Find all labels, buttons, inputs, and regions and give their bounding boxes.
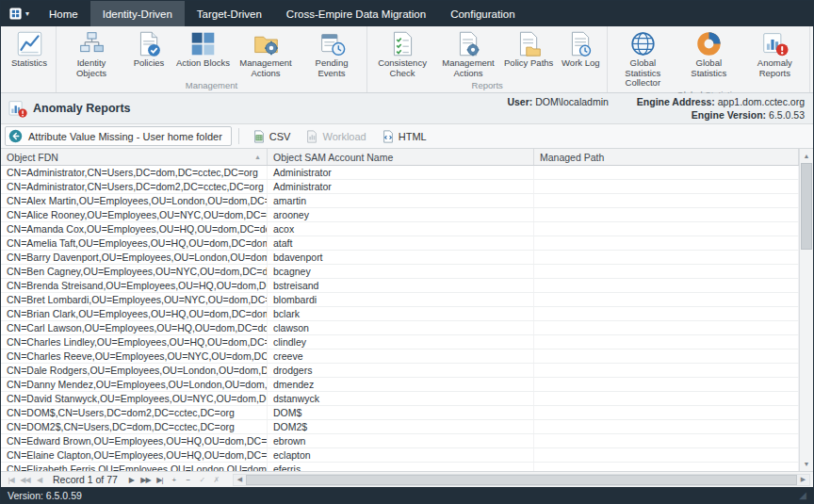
cell-sam-account-name: blombardi: [268, 293, 534, 306]
table-row[interactable]: CN=DOM2$,CN=Users,DC=dom,DC=cctec,DC=org…: [1, 420, 799, 434]
report-toolbar: Attribute Value Missing - User home fold…: [1, 124, 813, 149]
ribbon-group-reports: Consistency CheckManagement ActionsPolic…: [367, 26, 608, 92]
table-row[interactable]: CN=Edward Brown,OU=Employees,OU=HQ,OU=do…: [1, 434, 799, 448]
ribbon-button-work-log[interactable]: Work Log: [556, 28, 605, 79]
table-row[interactable]: CN=Amanda Cox,OU=Employees,OU=HQ,OU=dom,…: [1, 222, 799, 236]
cell-managed-path: [534, 420, 799, 433]
ribbon-button-anomaly-reports[interactable]: Anomaly Reports: [741, 28, 807, 89]
cell-managed-path: [534, 434, 799, 447]
table-row[interactable]: CN=Elaine Clapton,OU=Employees,OU=HQ,OU=…: [1, 448, 799, 463]
grid-rows: CN=Administrator,CN=Users,DC=dom,DC=ccte…: [1, 166, 799, 471]
cell-object-fdn: CN=Ben Cagney,OU=Employees,OU=NYC,OU=dom…: [1, 265, 268, 278]
table-row[interactable]: CN=Dale Rodgers,OU=Employees,OU=London,O…: [1, 364, 799, 378]
table-row[interactable]: CN=Charles Reeve,OU=Employees,OU=NYC,OU=…: [1, 350, 799, 364]
menu-tab-cross-empire-data-migration[interactable]: Cross-Empire Data Migration: [274, 1, 438, 26]
table-row[interactable]: CN=Brian Clark,OU=Employees,OU=HQ,OU=dom…: [1, 307, 799, 321]
ribbon-button-consistency-check[interactable]: Consistency Check: [369, 28, 435, 79]
cell-managed-path: [534, 321, 799, 334]
table-row[interactable]: CN=Brenda Streisand,OU=Employees,OU=HQ,O…: [1, 279, 799, 293]
table-row[interactable]: CN=DOM$,CN=Users,DC=dom2,DC=cctec,DC=org…: [1, 406, 799, 420]
ribbon-button-management-actions[interactable]: Management Actions: [233, 28, 299, 79]
back-button[interactable]: Attribute Value Missing - User home fold…: [5, 126, 232, 146]
csv-icon: [252, 130, 266, 143]
engine-address-value: app1.dom.cctec.org: [718, 96, 805, 107]
append-record-button[interactable]: +: [167, 476, 181, 484]
cell-managed-path: [534, 251, 799, 264]
horizontal-scrollbar[interactable]: ◀ ▶: [233, 474, 810, 486]
engine-version-label: Engine Version:: [692, 109, 766, 121]
table-row[interactable]: CN=David Stanwyck,OU=Employees,OU=NYC,OU…: [1, 392, 799, 406]
ribbon-button-pending-events[interactable]: Pending Events: [299, 28, 365, 79]
cell-managed-path: [534, 463, 799, 471]
column-header-object-fdn[interactable]: Object FDN▲: [1, 149, 268, 165]
table-row[interactable]: CN=Amelia Taft,OU=Employees,OU=HQ,OU=dom…: [1, 236, 799, 251]
cell-managed-path: [534, 222, 799, 236]
cell-managed-path: [534, 406, 799, 419]
ribbon-button-label: Management Actions: [438, 58, 498, 78]
table-row[interactable]: CN=Barry Davenport,OU=Employees,OU=Londo…: [1, 251, 799, 265]
user-value: DOM\localadmin: [535, 96, 609, 107]
table-row[interactable]: CN=Administrator,CN=Users,DC=dom2,DC=cct…: [1, 180, 799, 194]
global-statistics-icon: [695, 30, 723, 57]
ribbon-button-management-actions[interactable]: Management Actions: [435, 28, 501, 79]
management-actions-icon: [252, 30, 280, 57]
cell-sam-account-name: ebrown: [268, 434, 534, 447]
ribbon-button-policies[interactable]: Policies: [124, 28, 173, 79]
scroll-right-icon[interactable]: ▶: [797, 476, 809, 483]
ribbon-group-label: [5, 79, 54, 92]
column-header-label: Managed Path: [540, 152, 604, 163]
menu-tab-configuration[interactable]: Configuration: [438, 1, 527, 26]
ribbon-button-policy-paths[interactable]: Policy Paths: [501, 28, 556, 79]
scroll-down-icon[interactable]: ▼: [800, 457, 813, 471]
menu-tab-identity-driven[interactable]: Identity-Driven: [90, 1, 185, 26]
app-menu-button[interactable]: ▾: [1, 1, 37, 26]
ribbon-button-global-statistics[interactable]: Global Statistics: [676, 28, 741, 89]
ribbon-button-statistics[interactable]: Statistics: [5, 28, 54, 79]
cell-object-fdn: CN=Carl Lawson,OU=Employees,OU=HQ,OU=dom…: [1, 321, 268, 334]
menu-tab-home[interactable]: Home: [37, 1, 90, 26]
vertical-scrollbar[interactable]: ▲ ▼: [799, 149, 813, 471]
status-bar: Version: 6.5.0.59 ◢: [1, 487, 813, 503]
table-row[interactable]: CN=Danny Mendez,OU=Employees,OU=London,O…: [1, 378, 799, 392]
column-header-managed-path[interactable]: Managed Path: [534, 149, 799, 165]
last-record-button[interactable]: ▶|: [153, 476, 167, 484]
cell-sam-account-name: amartin: [268, 194, 534, 207]
next-page-button[interactable]: ▶▶: [138, 476, 153, 484]
pending-events-icon: [318, 30, 346, 57]
cell-object-fdn: CN=Amelia Taft,OU=Employees,OU=HQ,OU=dom…: [1, 236, 268, 250]
ribbon-button-action-blocks[interactable]: Action Blocks: [173, 28, 233, 79]
scroll-up-icon[interactable]: ▲: [800, 149, 813, 163]
horizontal-scrollbar-thumb[interactable]: [246, 475, 797, 485]
scroll-left-icon[interactable]: ◀: [234, 476, 246, 483]
table-row[interactable]: CN=Charles Lindley,OU=Employees,OU=HQ,OU…: [1, 335, 799, 350]
html-button[interactable]: HTML: [374, 126, 434, 146]
engine-address-label: Engine Address:: [637, 96, 715, 107]
table-row[interactable]: CN=Ben Cagney,OU=Employees,OU=NYC,OU=dom…: [1, 265, 799, 279]
record-navigator: |◀◀◀◀ Record 1 of 77 ▶▶▶▶|+−✓✗ ◀ ▶: [1, 471, 813, 487]
page-header: Anomaly Reports User: DOM\localadmin Eng…: [1, 93, 813, 124]
table-row[interactable]: CN=Administrator,CN=Users,DC=dom,DC=ccte…: [1, 166, 799, 180]
ribbon-group-management: Identity ObjectsPoliciesAction BlocksMan…: [57, 26, 367, 92]
vertical-scrollbar-thumb[interactable]: [801, 163, 812, 250]
table-row[interactable]: CN=Carl Lawson,OU=Employees,OU=HQ,OU=dom…: [1, 321, 799, 335]
delete-record-button[interactable]: −: [181, 476, 195, 484]
cell-managed-path: [534, 265, 799, 278]
table-row[interactable]: CN=Bret Lombardi,OU=Employees,OU=NYC,OU=…: [1, 293, 799, 307]
chevron-down-icon: ▾: [25, 9, 29, 18]
csv-button[interactable]: CSV: [245, 126, 299, 146]
toolbar-button-label: CSV: [269, 131, 291, 142]
table-row[interactable]: CN=Alex Martin,OU=Employees,OU=London,OU…: [1, 194, 799, 208]
cell-managed-path: [534, 448, 799, 462]
ribbon-button-label: Policies: [134, 58, 165, 69]
next-record-button[interactable]: ▶: [124, 476, 138, 484]
table-row[interactable]: CN=Elizabeth Ferris,OU=Employees,OU=Lond…: [1, 463, 799, 471]
column-header-object-sam-account-name[interactable]: Object SAM Account Name: [268, 149, 534, 165]
anomaly-reports-page-icon: [8, 99, 27, 119]
ribbon-button-global-statistics-collector[interactable]: Global Statistics Collector: [610, 28, 676, 89]
menu-tab-target-driven[interactable]: Target-Driven: [185, 1, 274, 26]
ribbon-button-label: Consistency Check: [372, 58, 432, 78]
ribbon-button-identity-objects[interactable]: Identity Objects: [58, 28, 124, 79]
table-row[interactable]: CN=Alice Rooney,OU=Employees,OU=NYC,OU=d…: [1, 208, 799, 222]
vertical-scrollbar-track[interactable]: [800, 250, 813, 457]
ribbon-group-label: Management: [58, 79, 365, 92]
